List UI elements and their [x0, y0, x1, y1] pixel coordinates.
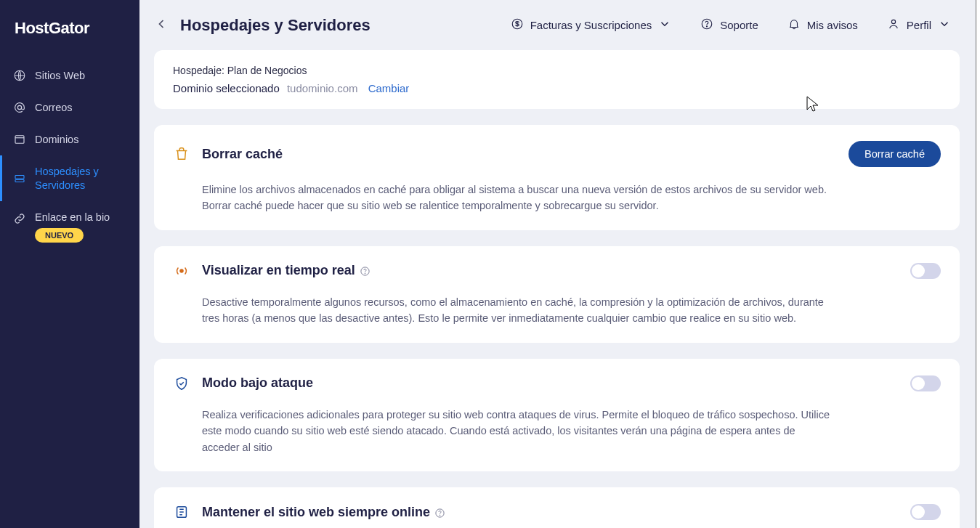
feature-under-attack: Modo bajo ataque Realiza verificaciones …: [154, 359, 960, 471]
help-icon[interactable]: [434, 507, 445, 518]
feature-title: Modo bajo ataque: [202, 375, 313, 391]
sidebar-item-domains[interactable]: Dominios: [0, 123, 139, 155]
globe-icon: [13, 69, 26, 82]
help-icon[interactable]: [360, 265, 370, 276]
sidebar-item-label: Correos: [35, 101, 73, 114]
always-online-toggle[interactable]: [910, 504, 941, 520]
sidebar-item-emails[interactable]: Correos: [0, 92, 139, 123]
svg-rect-4: [15, 179, 24, 182]
bell-icon: [787, 17, 801, 33]
link-icon: [13, 212, 26, 225]
feature-realtime: Visualizar en tiempo real Desactive temp…: [154, 246, 960, 343]
chevron-down-icon: [938, 17, 951, 33]
topnav-support[interactable]: Soporte: [692, 13, 767, 37]
back-button[interactable]: [154, 17, 169, 33]
feature-desc: Realiza verificaciones adicionales para …: [202, 407, 834, 455]
feature-desc: Desactive temporalmente algunos recursos…: [202, 294, 834, 327]
chevron-down-icon: [658, 17, 671, 33]
clear-cache-button[interactable]: Borrar caché: [849, 141, 941, 167]
topnav-label: Facturas y Suscripciones: [530, 19, 652, 31]
main-content: Hospedajes y Servidores Facturas y Suscr…: [139, 0, 980, 528]
topnav-label: Perfil: [907, 19, 931, 31]
topnav-label: Mis avisos: [807, 19, 858, 31]
domain-value: tudominio.com: [287, 82, 358, 94]
user-icon: [887, 17, 900, 33]
window-icon: [13, 133, 26, 146]
sidebar: HostGator Sitios Web Correos Dominios Ho…: [0, 0, 139, 528]
broadcast-icon: [173, 262, 190, 280]
svg-point-11: [365, 273, 365, 274]
topnav-billing[interactable]: Facturas y Suscripciones: [502, 13, 681, 37]
brand-logo: HostGator: [0, 13, 139, 60]
server-icon: [13, 172, 26, 185]
svg-rect-2: [15, 136, 24, 144]
plan-label: Hospedaje: Plan de Negocios: [173, 65, 941, 76]
topnav-label: Soporte: [720, 19, 758, 31]
page-title: Hospedajes y Servidores: [180, 16, 370, 35]
feature-clear-cache: Borrar caché Borrar caché Elimine los ar…: [154, 125, 960, 230]
sidebar-item-label: Enlace en la bio: [35, 211, 110, 223]
svg-point-7: [707, 26, 708, 27]
feature-desc: Elimine los archivos almacenados en cach…: [202, 182, 834, 214]
svg-point-14: [440, 515, 440, 516]
svg-point-8: [891, 20, 895, 23]
feature-title: Visualizar en tiempo real: [202, 263, 370, 278]
topbar: Hospedajes y Servidores Facturas y Suscr…: [139, 0, 980, 50]
domain-selected-label: Dominio seleccionado: [173, 82, 280, 94]
svg-point-9: [179, 269, 184, 273]
sidebar-item-label: Sitios Web: [35, 69, 85, 82]
change-domain-link[interactable]: Cambiar: [368, 82, 410, 94]
dollar-icon: [511, 17, 524, 33]
shield-icon: [173, 375, 190, 392]
sidebar-item-websites[interactable]: Sitios Web: [0, 60, 139, 92]
trash-icon: [173, 145, 190, 163]
topnav-profile[interactable]: Perfil: [878, 13, 960, 37]
selection-card: Hospedaje: Plan de Negocios Dominio sele…: [154, 50, 960, 109]
sidebar-item-linkinbio[interactable]: Enlace en la bio NUEVO: [0, 201, 139, 252]
at-icon: [13, 101, 26, 114]
svg-rect-3: [15, 175, 24, 179]
topnav-notices[interactable]: Mis avisos: [779, 13, 867, 37]
window-border: [976, 0, 980, 528]
feature-title: Borrar caché: [202, 147, 283, 162]
realtime-toggle[interactable]: [910, 263, 941, 279]
feature-title: Mantener el sitio web siempre online: [202, 505, 445, 520]
svg-point-1: [17, 106, 21, 110]
under-attack-toggle[interactable]: [910, 375, 941, 391]
sidebar-item-label: Dominios: [35, 133, 78, 146]
sidebar-item-hosting[interactable]: Hospedajes y Servidores: [0, 155, 139, 200]
new-badge: NUEVO: [35, 228, 84, 243]
archive-icon: [173, 503, 190, 521]
sidebar-item-label: Hospedajes y Servidores: [35, 165, 126, 191]
feature-always-online: Mantener el sitio web siempre online Man…: [154, 487, 960, 528]
help-icon: [700, 17, 713, 33]
